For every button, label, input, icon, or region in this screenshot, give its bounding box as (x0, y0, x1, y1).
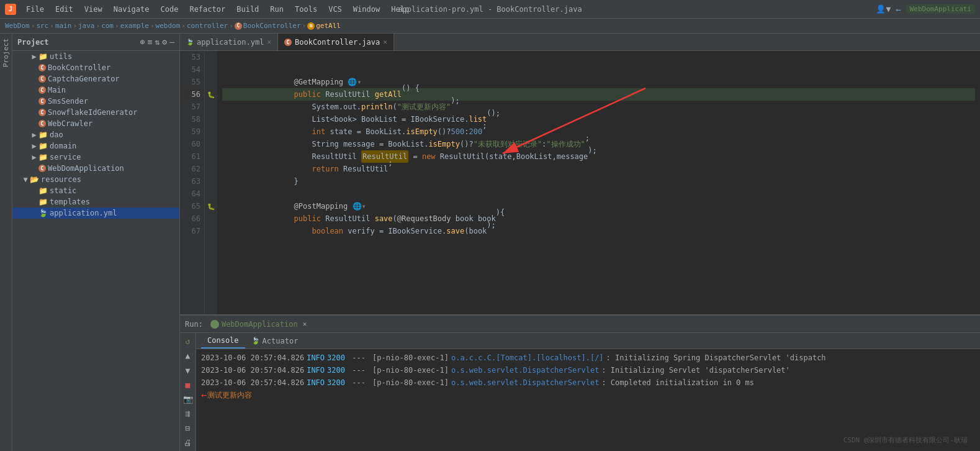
menu-build[interactable]: Build (232, 4, 264, 15)
java-icon-sms: C (38, 98, 46, 105)
folder-icon-templates: 📁 (38, 198, 48, 206)
scroll-down-btn[interactable]: ▼ (182, 365, 194, 376)
print-btn[interactable]: 🖨 (182, 437, 194, 449)
tab-close-bookcontroller[interactable]: ✕ (383, 38, 387, 46)
breadcrumb-bookcontroller[interactable]: BookController (243, 22, 301, 30)
editor-tabs: 🍃 application.yml ✕ C BookController.jav… (180, 34, 980, 51)
wrap-btn[interactable]: ⇶ (182, 408, 194, 419)
tab-close-appyml[interactable]: ✕ (267, 38, 271, 46)
tree-item-service[interactable]: ▶ 📁 service (12, 152, 179, 163)
tree-label-resources: resources (41, 175, 81, 184)
camera-btn[interactable]: 📷 (182, 393, 194, 405)
run-right-area: Console 🍃 Actuator 2023-10-06 20:57:04.8… (196, 333, 980, 451)
breadcrumb-webdom[interactable]: WebDom (5, 22, 30, 30)
menu-refactor[interactable]: Refactor (184, 4, 230, 15)
tree-arrow-resources: ▼ (21, 175, 30, 184)
menu-code[interactable]: Code (156, 4, 184, 15)
stop-btn[interactable]: ■ (182, 379, 194, 391)
run-body: ↺ ▲ ▼ ■ 📷 ⇶ ⊟ 🖨 Console (180, 333, 980, 451)
code-line-63: } (222, 175, 975, 188)
tree-item-utils[interactable]: ▶ 📁 utils (12, 51, 179, 62)
tree-item-resources[interactable]: ▼ 📂 resources (12, 174, 179, 185)
type-resultutil-66: ResultUtil (325, 212, 370, 225)
tree-gear-icon[interactable]: ⚙ (162, 37, 167, 47)
tree-item-appyml[interactable]: 🍃 application.yml (12, 207, 179, 219)
linenum-64: 64 (180, 188, 200, 200)
log-date-1: 2023-10-06 20:57:04.826 (201, 352, 304, 364)
locate-icon[interactable]: ⊕ (140, 37, 145, 47)
gutter-56[interactable]: 🐛 (205, 88, 217, 101)
tree-label-main: Main (48, 86, 66, 94)
tree-item-dao[interactable]: ▶ 📁 dao (12, 129, 179, 140)
menu-vcs[interactable]: VCS (323, 4, 347, 15)
code-editor[interactable]: 53 54 55 56 57 58 59 60 61 62 63 64 65 6… (180, 51, 980, 314)
java-icon-captcha: C (38, 75, 46, 83)
folder-icon-utils: 📁 (38, 52, 48, 61)
log-msg-3: : Completed initialization in 0 ms (601, 376, 754, 389)
tree-item-templates[interactable]: 📁 templates (12, 196, 179, 207)
var-booklist3: BookList (388, 138, 424, 150)
code-content: 53 54 55 56 57 58 59 60 61 62 63 64 65 6… (180, 51, 980, 314)
scroll-up-btn[interactable]: ▲ (182, 350, 194, 362)
breadcrumb-getall[interactable]: getAll (316, 22, 341, 30)
run-config-label: WebDomApplicati (906, 4, 975, 14)
tree-item-captcha[interactable]: C CaptchaGenerator (12, 73, 179, 84)
console-tab-actuator[interactable]: 🍃 Actuator (245, 333, 305, 348)
gutter-65[interactable]: 🐛 (205, 200, 217, 212)
tree-item-main[interactable]: C Main (12, 84, 179, 96)
menu-run[interactable]: Run (265, 4, 289, 15)
yaml-icon-appyml: 🍃 (38, 209, 48, 217)
breadcrumb-method-icon: m (307, 22, 315, 30)
breadcrumb-main[interactable]: main (55, 22, 72, 30)
tree-item-static[interactable]: 📁 static (12, 185, 179, 196)
tree-item-domain[interactable]: ▶ 📁 domain (12, 140, 179, 152)
menu-navigate[interactable]: Navigate (109, 4, 155, 15)
num-200: 200 (469, 125, 482, 138)
console-tab-console[interactable]: Console (201, 333, 245, 348)
menu-view[interactable]: View (79, 4, 107, 15)
tree-label-utils: utils (50, 52, 72, 61)
log-sep-1: --- (348, 352, 370, 364)
line-numbers: 53 54 55 56 57 58 59 60 61 62 63 64 65 6… (180, 51, 205, 314)
tree-arrow-service: ▶ (30, 153, 38, 162)
breadcrumb-com[interactable]: com (101, 22, 114, 30)
menu-file[interactable]: File (21, 4, 49, 15)
tab-application-yml[interactable]: 🍃 application.yml ✕ (180, 34, 278, 50)
gutter-58 (205, 113, 217, 125)
tree-item-smssender[interactable]: C SmsSender (12, 96, 179, 107)
annotation-postmapping: @PostMapping (294, 200, 348, 212)
rerun-btn[interactable]: ↺ (182, 335, 194, 347)
account-icon[interactable]: 👤▼ (876, 4, 891, 14)
tree-item-bookcontroller[interactable]: C BookController (12, 62, 179, 73)
navigate-back-icon[interactable]: ← (896, 4, 901, 14)
menu-edit[interactable]: Edit (50, 4, 78, 15)
chinese-output: 测试更新内容 (207, 389, 252, 401)
collapse-icon[interactable]: ≡ (148, 37, 153, 47)
annotation-requestbody: @RequestBody (397, 212, 451, 225)
breadcrumb-webdom2[interactable]: webdom (156, 22, 181, 30)
filter-btn[interactable]: ⊟ (182, 422, 194, 434)
breadcrumb-java[interactable]: java (78, 22, 95, 30)
linenum-61: 61 (180, 150, 200, 163)
log-line-chinese: ← 测试更新内容 (201, 389, 975, 401)
menu-window[interactable]: Window (348, 4, 385, 15)
num-500: 500 (451, 125, 465, 138)
tab-bookcontroller-java[interactable]: C BookController.java ✕ (278, 34, 394, 50)
breadcrumb-src[interactable]: src (36, 22, 48, 30)
project-tab[interactable]: Project (0, 34, 12, 72)
tree-item-webcrawler[interactable]: C WebCrawler (12, 118, 179, 129)
breadcrumb-controller[interactable]: controller (187, 22, 228, 30)
println-method: println (361, 101, 393, 113)
tree-item-snowflake[interactable]: C SnowflakeIdGenerator (12, 107, 179, 118)
menu-tools[interactable]: Tools (290, 4, 322, 15)
annotation-getmapping: @GetMapping (294, 76, 343, 88)
tree-item-webdomapp[interactable]: C WebDomApplication (12, 163, 179, 174)
breadcrumb-example[interactable]: example (120, 22, 149, 30)
linenum-54: 54 (180, 63, 200, 76)
run-close-btn[interactable]: ✕ (303, 320, 307, 328)
yaml-tab-icon: 🍃 (186, 39, 194, 45)
java-icon-main: C (38, 86, 46, 94)
tree-minimize-icon[interactable]: — (169, 37, 174, 47)
log-class-3: o.s.web.servlet.DispatcherServlet (451, 376, 599, 389)
tree-settings-icon[interactable]: ⇅ (155, 37, 160, 47)
